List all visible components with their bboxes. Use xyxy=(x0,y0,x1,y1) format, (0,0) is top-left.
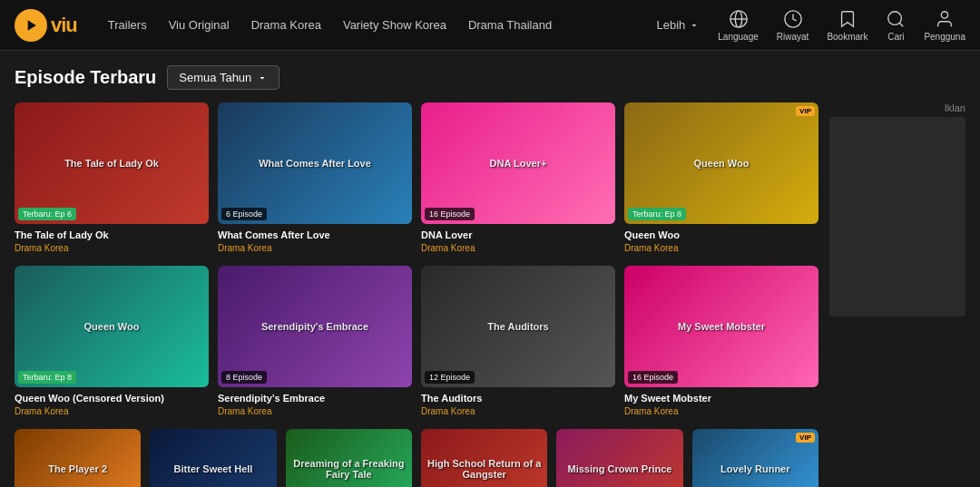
year-filter-dropdown[interactable]: Semua Tahun xyxy=(167,65,279,90)
card-my-sweet-mobster[interactable]: My Sweet Mobster 16 Episode My Sweet Mob… xyxy=(624,266,818,418)
card-title: Serendipity's Embrace xyxy=(218,392,412,404)
episode-badge: 16 Episode xyxy=(425,208,475,220)
language-button[interactable]: Language xyxy=(718,9,759,42)
content-with-ad: The Tale of Lady Ok Terbaru: Ep 6 The Ta… xyxy=(15,102,965,487)
nav-trailers[interactable]: Trailers xyxy=(99,13,156,37)
card-subtitle: Drama Korea xyxy=(218,406,412,416)
row-2: Queen Woo Terbaru: Ep 8 Queen Woo (Censo… xyxy=(15,266,818,418)
row-3: The Player 2 12 Episode The Player 2: Ma… xyxy=(15,429,818,487)
nav-drama-korea[interactable]: Drama Korea xyxy=(242,13,330,37)
card-info: The Auditors Drama Korea xyxy=(421,387,615,418)
thumb-dreaming-fairy-tale: Dreaming of a Freaking Fairy Tale Terbar… xyxy=(286,429,412,487)
card-subtitle: Drama Korea xyxy=(624,243,818,253)
ad-label: Iklan xyxy=(829,102,965,113)
card-high-school-return[interactable]: High School Return of a Gangster 8 Episo… xyxy=(421,429,547,487)
card-info: My Sweet Mobster Drama Korea xyxy=(624,387,818,418)
episode-badge: Terbaru: Ep 6 xyxy=(18,208,76,220)
card-subtitle: Drama Korea xyxy=(218,243,412,253)
card-title: Queen Woo (Censored Version) xyxy=(15,392,209,404)
row-1: The Tale of Lady Ok Terbaru: Ep 6 The Ta… xyxy=(15,102,818,255)
thumb-lovely-runner: Lovely Runner 16 Episode VIP xyxy=(692,429,818,487)
card-dreaming-fairy-tale[interactable]: Dreaming of a Freaking Fairy Tale Terbar… xyxy=(286,429,412,487)
logo[interactable]: viu xyxy=(15,9,77,42)
thumb-bitter-sweet-hell: Bitter Sweet Hell Terbaru: Ep 12 xyxy=(150,429,276,487)
card-player2[interactable]: The Player 2 12 Episode The Player 2: Ma… xyxy=(15,429,141,487)
nav-drama-thailand[interactable]: Drama Thailand xyxy=(459,13,561,37)
episode-badge: 8 Episode xyxy=(221,371,267,384)
thumb-what-comes-after-love: What Comes After Love 6 Episode xyxy=(218,102,412,224)
thumb-tale-of-lady-ok: The Tale of Lady Ok Terbaru: Ep 6 xyxy=(15,102,209,224)
main-content: Episode Terbaru Semua Tahun The Tale of … xyxy=(0,51,980,487)
card-info: Serendipity's Embrace Drama Korea xyxy=(218,387,412,418)
nav-viu-original[interactable]: Viu Original xyxy=(160,13,239,37)
card-info: The Tale of Lady Ok Drama Korea xyxy=(15,224,209,255)
card-info: What Comes After Love Drama Korea xyxy=(218,224,412,255)
card-title: What Comes After Love xyxy=(218,229,412,241)
card-subtitle: Drama Korea xyxy=(421,406,615,416)
history-button[interactable]: Riwayat xyxy=(777,9,809,42)
thumb-serendipity-embrace: Serendipity's Embrace 8 Episode xyxy=(218,266,412,387)
card-title: DNA Lover xyxy=(421,229,615,241)
card-missing-crown-prince[interactable]: Missing Crown Prince 20 Episode Missing … xyxy=(556,429,682,487)
episode-badge: Terbaru: Ep 8 xyxy=(628,208,686,220)
thumb-high-school-return: High School Return of a Gangster 8 Episo… xyxy=(421,429,547,487)
thumb-missing-crown-prince: Missing Crown Prince 20 Episode xyxy=(556,429,682,487)
card-info: Queen Woo (Censored Version) Drama Korea xyxy=(15,387,209,418)
card-queen-woo-censored[interactable]: Queen Woo Terbaru: Ep 8 Queen Woo (Censo… xyxy=(15,266,209,418)
ad-column: Iklan xyxy=(829,102,965,487)
card-subtitle: Drama Korea xyxy=(15,406,209,416)
search-button[interactable]: Cari xyxy=(886,9,906,42)
nav-variety-show-korea[interactable]: Variety Show Korea xyxy=(334,13,456,37)
episode-badge: Terbaru: Ep 8 xyxy=(18,371,76,384)
card-info: Queen Woo Drama Korea xyxy=(624,224,818,255)
card-title: My Sweet Mobster xyxy=(624,392,818,404)
card-info: DNA Lover Drama Korea xyxy=(421,224,615,255)
episode-badge: 6 Episode xyxy=(221,208,267,220)
thumb-player2: The Player 2 12 Episode xyxy=(15,429,141,487)
thumb-the-auditors: The Auditors 12 Episode xyxy=(421,266,615,387)
card-title: The Auditors xyxy=(421,392,615,404)
card-bitter-sweet-hell[interactable]: Bitter Sweet Hell Terbaru: Ep 12 Bitter … xyxy=(150,429,276,487)
card-subtitle: Drama Korea xyxy=(15,243,209,253)
nav-actions: Lebih Language Riwayat Bookmark xyxy=(656,9,965,42)
thumb-dna-lover: DNA Lover+ 16 Episode xyxy=(421,102,615,224)
main-nav: viu Trailers Viu Original Drama Korea Va… xyxy=(0,0,980,51)
svg-point-5 xyxy=(888,11,902,24)
vip-badge: VIP xyxy=(796,106,815,116)
nav-links: Trailers Viu Original Drama Korea Variet… xyxy=(99,13,657,37)
card-the-auditors[interactable]: The Auditors 12 Episode The Auditors Dra… xyxy=(421,266,615,418)
user-button[interactable]: Pengguna xyxy=(924,9,965,42)
card-dna-lover[interactable]: DNA Lover+ 16 Episode DNA Lover Drama Ko… xyxy=(421,102,615,255)
vip-badge: VIP xyxy=(796,433,815,443)
card-queen-woo[interactable]: Queen Woo Terbaru: Ep 8 VIP Queen Woo Dr… xyxy=(624,102,818,255)
logo-icon xyxy=(15,9,47,42)
bookmark-button[interactable]: Bookmark xyxy=(827,9,867,42)
section-title: Episode Terbaru xyxy=(15,67,156,88)
section-header: Episode Terbaru Semua Tahun xyxy=(15,65,965,90)
ad-banner[interactable] xyxy=(829,117,965,317)
episode-badge: 12 Episode xyxy=(425,371,475,384)
card-title: Queen Woo xyxy=(624,229,818,241)
svg-marker-0 xyxy=(28,20,36,31)
card-subtitle: Drama Korea xyxy=(624,406,818,416)
thumb-queen-woo-censored: Queen Woo Terbaru: Ep 8 xyxy=(15,266,209,387)
card-what-comes-after-love[interactable]: What Comes After Love 6 Episode What Com… xyxy=(218,102,412,255)
svg-line-6 xyxy=(900,23,904,26)
thumb-queen-woo: Queen Woo Terbaru: Ep 8 VIP xyxy=(624,102,818,224)
lebih-button[interactable]: Lebih xyxy=(656,18,700,32)
thumb-my-sweet-mobster: My Sweet Mobster 16 Episode xyxy=(624,266,818,387)
card-tale-of-lady-ok[interactable]: The Tale of Lady Ok Terbaru: Ep 6 The Ta… xyxy=(15,102,209,255)
svg-point-7 xyxy=(942,11,948,17)
episode-badge: 16 Episode xyxy=(628,371,678,384)
card-subtitle: Drama Korea xyxy=(421,243,615,253)
logo-text: viu xyxy=(51,14,77,37)
card-lovely-runner[interactable]: Lovely Runner 16 Episode VIP Lovely Runn… xyxy=(692,429,818,487)
card-title: The Tale of Lady Ok xyxy=(15,229,209,241)
cards-area: The Tale of Lady Ok Terbaru: Ep 6 The Ta… xyxy=(15,102,818,487)
card-serendipity-embrace[interactable]: Serendipity's Embrace 8 Episode Serendip… xyxy=(218,266,412,418)
